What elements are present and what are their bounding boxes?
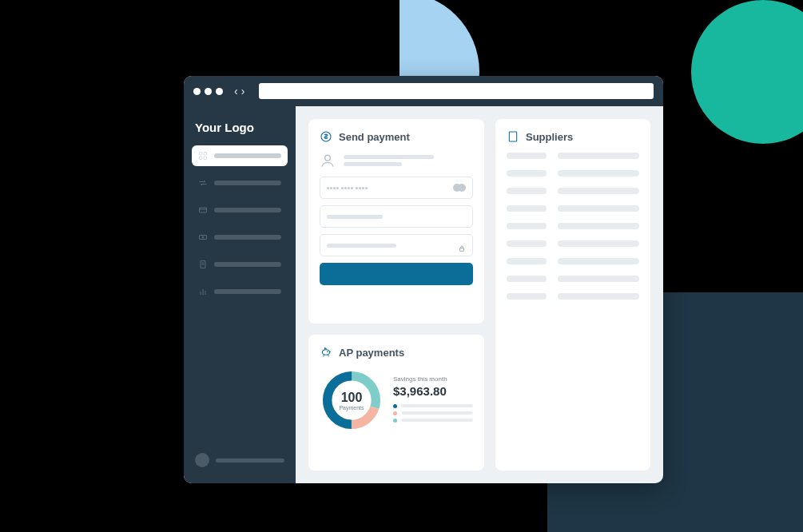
card-number-placeholder: [327, 187, 368, 189]
legend-label: [401, 404, 473, 407]
payments-donut-chart: 100 Payments: [320, 368, 384, 432]
svg-rect-3: [204, 157, 207, 160]
recipient-placeholder: [344, 155, 473, 166]
person-icon: [320, 153, 336, 169]
browser-titlebar: ‹ ›: [184, 76, 663, 106]
back-button[interactable]: ‹: [234, 85, 238, 97]
sidebar-item-label: [214, 289, 281, 294]
sidebar-item-label: [214, 208, 281, 212]
supplier-detail-placeholder: [558, 223, 639, 229]
card-header: Suppliers: [507, 130, 639, 143]
svg-rect-1: [204, 153, 207, 156]
card-header: Send payment: [320, 130, 473, 143]
suppliers-card: Suppliers: [495, 119, 650, 470]
avatar: [195, 453, 209, 467]
app-shell: Your Logo: [184, 106, 663, 483]
supplier-row[interactable]: [507, 240, 639, 247]
dollar-circle-icon: [320, 130, 332, 143]
savings-value: $3,963.80: [393, 384, 473, 398]
supplier-row[interactable]: [507, 293, 639, 300]
card-title: Send payment: [339, 131, 410, 143]
svg-rect-16: [460, 248, 464, 252]
logo: Your Logo: [192, 117, 288, 145]
sidebar-item-transfers[interactable]: [192, 173, 288, 193]
card-brand-icon: [453, 184, 466, 192]
card-title: AP payments: [339, 347, 404, 359]
ap-payments-card: AP payments 100 Payments: [308, 335, 484, 470]
supplier-detail-placeholder: [558, 240, 639, 247]
card-number-input[interactable]: [320, 177, 473, 199]
input-placeholder: [327, 215, 383, 219]
forward-button[interactable]: ›: [241, 85, 245, 97]
legend-dot-icon: [393, 419, 397, 423]
legend-label: [401, 419, 473, 422]
chart-icon: [198, 287, 208, 296]
supplier-row[interactable]: [507, 276, 639, 282]
building-icon: [507, 130, 519, 143]
lock-icon: [458, 241, 466, 249]
window-dot[interactable]: [216, 88, 223, 95]
supplier-row[interactable]: [507, 153, 639, 159]
sidebar-item-document[interactable]: [192, 254, 288, 275]
card-title: Suppliers: [526, 131, 573, 143]
supplier-detail-placeholder: [558, 293, 639, 300]
document-icon: [198, 260, 208, 269]
legend-label: [401, 411, 473, 415]
transfers-icon: [198, 178, 208, 188]
legend-dot-icon: [393, 404, 397, 408]
card-header: AP payments: [320, 346, 473, 359]
supplier-row[interactable]: [507, 205, 639, 212]
submit-payment-button[interactable]: [320, 263, 473, 285]
supplier-row[interactable]: [507, 258, 639, 264]
window-controls: [193, 88, 223, 95]
sidebar: Your Logo: [184, 106, 296, 483]
legend-item: [393, 419, 473, 423]
secure-input[interactable]: [320, 234, 473, 256]
dashboard-icon: [198, 151, 208, 161]
supplier-detail-placeholder: [558, 188, 639, 194]
recipient-row: [320, 153, 473, 169]
supplier-row[interactable]: [507, 188, 639, 194]
supplier-name-placeholder: [507, 240, 547, 247]
svg-point-7: [202, 236, 204, 238]
url-bar[interactable]: [259, 83, 654, 99]
sidebar-item-card[interactable]: [192, 200, 288, 220]
svg-rect-4: [200, 208, 207, 212]
svg-rect-2: [200, 157, 203, 160]
supplier-name-placeholder: [507, 188, 547, 194]
supplier-name-placeholder: [507, 205, 547, 212]
background-shape-teal-circle: [691, 0, 803, 144]
amount-input[interactable]: [320, 205, 473, 228]
supplier-name-placeholder: [507, 153, 547, 159]
supplier-detail-placeholder: [558, 153, 639, 159]
svg-rect-6: [200, 236, 207, 240]
sidebar-item-label: [214, 181, 281, 185]
window-dot[interactable]: [193, 88, 201, 95]
legend-dot-icon: [393, 411, 397, 415]
sidebar-item-chart[interactable]: [192, 281, 288, 302]
donut-value: 100: [341, 391, 363, 405]
svg-point-24: [328, 351, 328, 352]
card-icon: [198, 205, 208, 215]
send-payment-card: Send payment: [308, 119, 484, 324]
legend-item: [393, 411, 473, 415]
suppliers-list: [507, 153, 639, 300]
sidebar-item-dashboard[interactable]: [192, 145, 288, 166]
supplier-row[interactable]: [507, 170, 639, 177]
main-content: Send payment: [296, 106, 663, 483]
window-dot[interactable]: [205, 88, 212, 95]
sidebar-footer[interactable]: [192, 448, 288, 472]
sidebar-item-label: [214, 262, 281, 267]
supplier-row[interactable]: [507, 223, 639, 229]
ap-payments-details: Savings this month $3,963.80: [393, 375, 473, 426]
supplier-name-placeholder: [507, 293, 547, 300]
supplier-detail-placeholder: [558, 205, 639, 212]
supplier-detail-placeholder: [558, 276, 639, 282]
sidebar-item-cash[interactable]: [192, 227, 288, 248]
donut-label: Payments: [339, 405, 364, 411]
supplier-name-placeholder: [507, 258, 547, 264]
svg-point-15: [325, 155, 331, 161]
input-placeholder: [327, 244, 396, 248]
sidebar-item-label: [214, 153, 281, 158]
svg-rect-0: [200, 153, 203, 156]
